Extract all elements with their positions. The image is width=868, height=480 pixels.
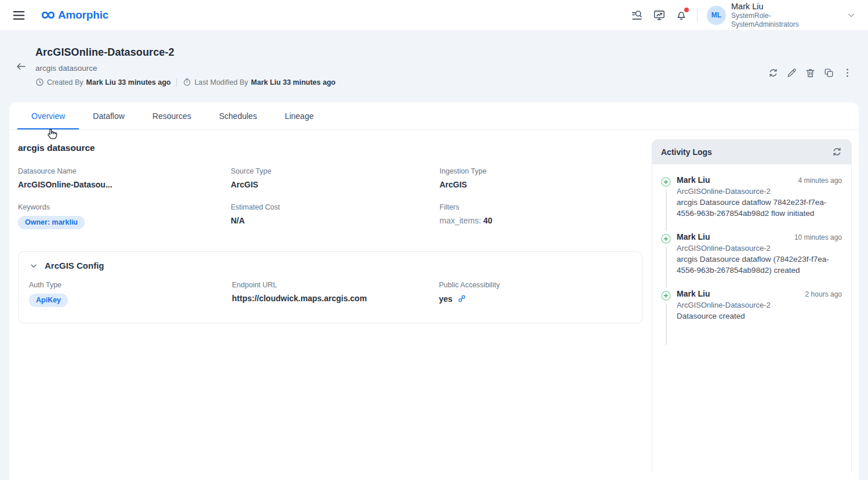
tab-schedules[interactable]: Schedules	[205, 102, 271, 129]
user-text: Mark Liu SystemRole-SystemAdministrators	[731, 2, 807, 28]
activity-user: Mark Liu	[677, 289, 710, 298]
sync-icon[interactable]	[768, 67, 779, 78]
activity-logs-body: Mark Liu 4 minutes ago ArcGISOnline-Data…	[652, 164, 852, 472]
stopwatch-icon	[183, 78, 191, 86]
monitor-icon[interactable]	[653, 9, 666, 21]
back-button[interactable]	[15, 60, 27, 73]
avatar: ML	[707, 6, 726, 25]
edit-icon[interactable]	[786, 67, 797, 78]
activity-message: arcgis Datasource dataflow (7842e23f-f7e…	[677, 254, 842, 276]
field-label: Auth Type	[29, 281, 232, 289]
notification-dot	[684, 8, 689, 12]
activity-resource-link[interactable]: ArcGISOnline-Datasource-2	[677, 301, 842, 309]
created-by-value: Mark Liu 33 minutes ago	[86, 78, 171, 86]
connection-plug-icon[interactable]	[457, 294, 467, 304]
created-by-label: Created By	[47, 78, 83, 86]
page-meta: Created By Mark Liu 33 minutes ago Last …	[35, 78, 336, 86]
activity-time: 4 minutes ago	[798, 176, 842, 185]
notifications-icon[interactable]	[675, 9, 688, 21]
delete-icon[interactable]	[805, 67, 816, 78]
field-ingestion-type: Ingestion Type ArcGIS	[440, 167, 642, 189]
field-public-accessibility: Public Accessibility yes	[439, 281, 631, 307]
topbar-right: ML Mark Liu SystemRole-SystemAdministrat…	[631, 2, 856, 28]
activity-time: 10 minutes ago	[794, 233, 842, 241]
activity-entry-content: Mark Liu 10 minutes ago ArcGISOnline-Dat…	[677, 232, 842, 276]
activity-user: Mark Liu	[677, 232, 710, 241]
activity-time: 2 hours ago	[805, 290, 842, 298]
activity-message: Datasource created	[677, 311, 842, 322]
activity-entry-content: Mark Liu 2 hours ago ArcGISOnline-Dataso…	[677, 289, 842, 322]
overview-section-title: arcgis datasource	[18, 143, 642, 153]
field-label: Keywords	[18, 203, 231, 211]
logo-text: Amorphic	[58, 9, 108, 21]
field-value: ArcGIS	[231, 180, 440, 189]
plus-circle-icon	[660, 176, 671, 187]
card-body: arcgis datasource Datasource Name ArcGIS…	[9, 130, 859, 472]
field-value: ArcGIS	[440, 180, 642, 189]
modified-by-label: Last Modified By	[194, 78, 248, 86]
activity-logs-panel: Activity Logs Mark Liu 4 minutes ago	[652, 139, 852, 472]
top-header: Amorphic ML Mark Liu SystemRole-SystemAd…	[0, 0, 868, 31]
field-endpoint-url: Endpoint URL https://cloudwick.maps.arcg…	[232, 281, 439, 307]
amorphic-logo-icon	[41, 8, 56, 23]
field-auth-type: Auth Type ApiKey	[29, 281, 232, 307]
tab-overview[interactable]: Overview	[17, 102, 79, 129]
collapse-chevron-icon[interactable]	[29, 261, 38, 270]
overview-fields: Datasource Name ArcGISOnline-Datasou... …	[18, 167, 642, 229]
config-fields: Auth Type ApiKey Endpoint URL https://cl…	[29, 281, 631, 307]
field-label: Filters	[440, 203, 642, 211]
activity-resource-link[interactable]: ArcGISOnline-Datasource-2	[677, 244, 842, 252]
clock-icon	[35, 78, 44, 86]
clone-icon[interactable]	[823, 67, 834, 78]
activity-entry: Mark Liu 10 minutes ago ArcGISOnline-Dat…	[660, 232, 842, 289]
activity-entry: Mark Liu 4 minutes ago ArcGISOnline-Data…	[660, 175, 842, 232]
filters-value: 40	[483, 216, 492, 225]
page-subtitle: arcgis datasource	[35, 64, 336, 73]
field-label: Estimated Cost	[231, 203, 440, 211]
modified-by-value: Mark Liu 33 minutes ago	[251, 78, 336, 86]
chevron-down-icon[interactable]	[846, 10, 856, 20]
config-title: ArcGIS Config	[45, 261, 104, 270]
overview-panel: arcgis datasource Datasource Name ArcGIS…	[9, 130, 652, 323]
menu-icon[interactable]	[12, 8, 26, 23]
created-by: Created By Mark Liu 33 minutes ago	[35, 78, 170, 86]
keyword-badge: Owner: markliu	[18, 216, 85, 229]
activity-resource-link[interactable]: ArcGISOnline-Datasource-2	[677, 187, 842, 196]
tab-resources[interactable]: Resources	[139, 102, 205, 129]
field-label: Endpoint URL	[232, 281, 439, 289]
filters-key: max_items:	[440, 216, 481, 225]
field-value: max_items: 40	[440, 216, 642, 225]
arcgis-config-card: ArcGIS Config Auth Type ApiKey Endpoint …	[18, 251, 642, 323]
public-accessibility-value: yes	[439, 294, 452, 304]
field-estimated-cost: Estimated Cost N/A	[231, 203, 440, 229]
activity-user: Mark Liu	[677, 175, 710, 185]
refresh-icon[interactable]	[831, 146, 842, 157]
activity-message: arcgis Datasource dataflow 7842e23f-f7ea…	[677, 197, 842, 219]
config-header: ArcGIS Config	[29, 261, 631, 270]
field-value: ArcGISOnline-Datasou...	[18, 180, 231, 189]
activity-logs-title: Activity Logs	[661, 147, 712, 157]
activity-entry: Mark Liu 2 hours ago ArcGISOnline-Dataso…	[660, 289, 842, 347]
page-actions	[768, 67, 853, 78]
global-search-icon[interactable]	[631, 9, 644, 21]
tab-dataflow[interactable]: Dataflow	[79, 102, 138, 129]
activity-entry-content: Mark Liu 4 minutes ago ArcGISOnline-Data…	[677, 175, 842, 219]
user-role: SystemRole-SystemAdministrators	[731, 12, 807, 28]
more-options-icon[interactable]	[842, 67, 853, 78]
page-head: ArcGISOnline-Datasource-2 arcgis datasou…	[0, 31, 868, 86]
field-source-type: Source Type ArcGIS	[231, 167, 440, 189]
activity-logs-header: Activity Logs	[652, 139, 852, 164]
last-modified-by: Last Modified By Mark Liu 33 minutes ago	[183, 78, 335, 86]
user-menu[interactable]: ML Mark Liu SystemRole-SystemAdministrat…	[707, 2, 807, 28]
field-keywords: Keywords Owner: markliu	[18, 203, 231, 229]
tab-lineage[interactable]: Lineage	[271, 102, 328, 129]
plus-circle-icon	[660, 290, 671, 301]
field-filters: Filters max_items: 40	[440, 203, 642, 229]
amorphic-logo[interactable]: Amorphic	[41, 8, 108, 23]
field-label: Public Accessibility	[439, 281, 631, 289]
field-datasource-name: Datasource Name ArcGISOnline-Datasou...	[18, 167, 231, 189]
field-value: https://cloudwick.maps.arcgis.com	[232, 294, 439, 303]
page-title: ArcGISOnline-Datasource-2	[35, 46, 336, 59]
tab-bar: Overview Dataflow Resources Schedules Li…	[9, 102, 859, 130]
page-head-main: ArcGISOnline-Datasource-2 arcgis datasou…	[35, 46, 336, 86]
